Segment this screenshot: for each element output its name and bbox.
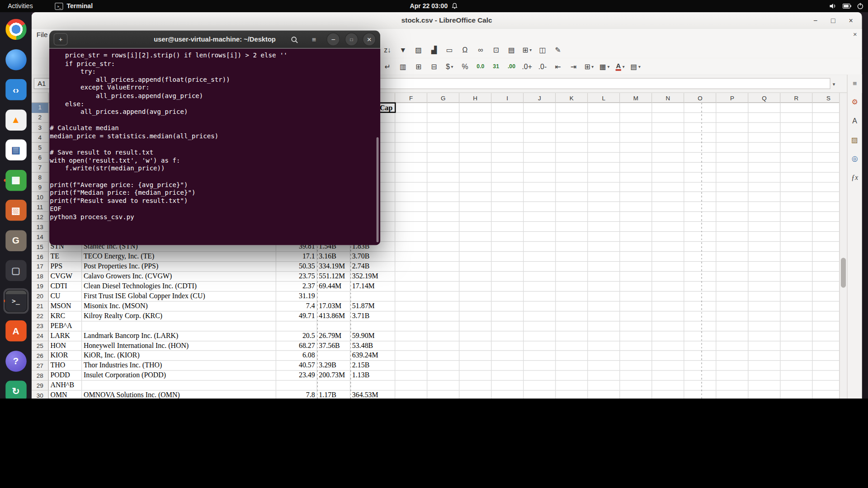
cell-R17[interactable]	[781, 262, 813, 272]
cell-N18[interactable]	[652, 272, 684, 282]
cell-G24[interactable]	[427, 331, 459, 341]
cell-N1[interactable]	[652, 103, 684, 113]
cell-M14[interactable]	[620, 232, 652, 242]
cell-I19[interactable]	[491, 282, 524, 291]
cell-P8[interactable]	[716, 173, 748, 183]
cell-Q8[interactable]	[749, 173, 781, 183]
cell-F9[interactable]	[395, 182, 427, 192]
cell-R19[interactable]	[781, 282, 813, 291]
row-header-12[interactable]: 12	[32, 212, 49, 222]
cell-L9[interactable]	[588, 182, 620, 192]
cell-A23[interactable]: PEB^A	[49, 321, 82, 331]
cell-R15[interactable]	[781, 242, 813, 252]
cell-H16[interactable]	[459, 252, 491, 262]
terminal-maximize-button[interactable]: □	[345, 33, 358, 46]
cell-A16[interactable]: TE	[49, 252, 82, 262]
functions-icon[interactable]: ƒx	[851, 173, 858, 181]
cell-A17[interactable]: PPS	[49, 262, 82, 272]
cell-M13[interactable]	[620, 222, 652, 232]
cell-N6[interactable]	[652, 153, 684, 163]
cell-B22[interactable]: Kilroy Realty Corp. (KRC)	[82, 311, 276, 321]
cell-P23[interactable]	[716, 321, 748, 331]
row-header-1[interactable]: 1	[32, 103, 49, 113]
activities-button[interactable]: Activities	[8, 3, 33, 9]
cell-O3[interactable]	[684, 123, 716, 133]
cell-D23[interactable]	[317, 321, 350, 331]
freeze-panes-icon[interactable]: ⊞▾	[521, 43, 532, 56]
terminal-titlebar[interactable]: + user@user-virtual-machine: ~/Desktop ≡…	[49, 30, 380, 48]
cell-H14[interactable]	[459, 232, 491, 242]
cell-N29[interactable]	[652, 381, 684, 391]
cell-F15[interactable]	[395, 242, 427, 252]
menu-icon[interactable]: ≡	[307, 33, 321, 46]
cell-R14[interactable]	[781, 232, 813, 242]
merge-center-icon[interactable]: ▥	[397, 60, 408, 73]
cell-I2[interactable]	[491, 113, 524, 123]
cell-Q19[interactable]	[749, 282, 781, 291]
cell-R28[interactable]	[781, 371, 813, 381]
cell-M10[interactable]	[620, 192, 652, 202]
cell-R8[interactable]	[781, 173, 813, 183]
cell-I14[interactable]	[491, 232, 524, 242]
cell-A25[interactable]: HON	[49, 341, 82, 351]
cell-O8[interactable]	[684, 173, 716, 183]
cell-O25[interactable]	[684, 341, 716, 351]
cell-J22[interactable]	[524, 311, 556, 321]
cell-I22[interactable]	[491, 311, 524, 321]
cell-H25[interactable]	[459, 341, 491, 351]
cell-G21[interactable]	[427, 301, 459, 311]
cell-S28[interactable]	[813, 371, 840, 381]
cell-G4[interactable]	[427, 133, 459, 143]
cell-N8[interactable]	[652, 173, 684, 183]
libreoffice-impress-dock-item[interactable]: ▧	[3, 197, 28, 223]
cell-J24[interactable]	[524, 331, 556, 341]
row-header-8[interactable]: 8	[32, 173, 49, 183]
cell-R1[interactable]	[781, 103, 813, 113]
cell-N10[interactable]	[652, 192, 684, 202]
row-header-27[interactable]: 27	[32, 361, 49, 371]
cell-O9[interactable]	[684, 182, 716, 192]
close-document-icon[interactable]: ×	[853, 30, 857, 38]
cell-F26[interactable]	[395, 351, 427, 361]
row-header-28[interactable]: 28	[32, 371, 49, 381]
cell-M11[interactable]	[620, 202, 652, 212]
cell-P21[interactable]	[716, 301, 748, 311]
cell-H12[interactable]	[459, 212, 491, 222]
cell-M27[interactable]	[620, 361, 652, 371]
cell-D27[interactable]: 3.29B	[317, 361, 350, 371]
cell-F2[interactable]	[395, 113, 427, 123]
cell-B18[interactable]: Calavo Growers Inc. (CVGW)	[82, 272, 276, 282]
cell-O22[interactable]	[684, 311, 716, 321]
cell-Q6[interactable]	[749, 153, 781, 163]
row-header-13[interactable]: 13	[32, 222, 49, 232]
column-header-M[interactable]: M	[620, 93, 652, 103]
row-header-11[interactable]: 11	[32, 202, 49, 212]
cell-R12[interactable]	[781, 212, 813, 222]
cell-R13[interactable]	[781, 222, 813, 232]
column-header-H[interactable]: H	[459, 93, 491, 103]
column-header-J[interactable]: J	[524, 93, 556, 103]
cell-K22[interactable]	[556, 311, 588, 321]
cell-S22[interactable]	[813, 311, 840, 321]
cell-L2[interactable]	[588, 113, 620, 123]
cell-F14[interactable]	[395, 232, 427, 242]
sort-descending-icon[interactable]: z↓	[382, 43, 393, 56]
cell-B27[interactable]: Thor Industries Inc. (THO)	[82, 361, 276, 371]
cell-I24[interactable]	[491, 331, 524, 341]
cell-O5[interactable]	[684, 143, 716, 153]
cell-B29[interactable]	[82, 381, 276, 391]
cell-F21[interactable]	[395, 301, 427, 311]
terminal-close-button[interactable]: ×	[363, 33, 376, 46]
cell-R2[interactable]	[781, 113, 813, 123]
cell-Q29[interactable]	[749, 381, 781, 391]
cell-P28[interactable]	[716, 371, 748, 381]
cell-S19[interactable]	[813, 282, 840, 291]
cell-G26[interactable]	[427, 351, 459, 361]
cell-N24[interactable]	[652, 331, 684, 341]
cell-L13[interactable]	[588, 222, 620, 232]
cell-A28[interactable]: PODD	[49, 371, 82, 381]
cell-N17[interactable]	[652, 262, 684, 272]
cell-D24[interactable]: 26.79M	[317, 331, 350, 341]
cell-S3[interactable]	[813, 123, 840, 133]
cell-K27[interactable]	[556, 361, 588, 371]
